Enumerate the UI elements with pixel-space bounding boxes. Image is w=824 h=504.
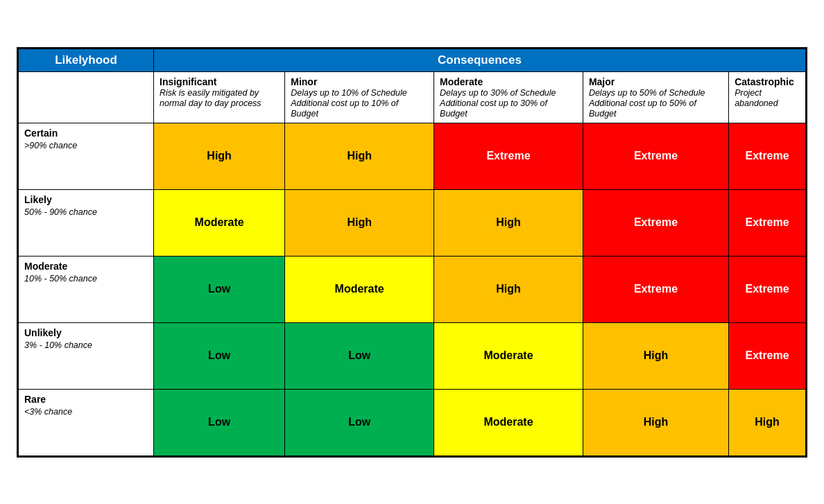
table-row: Unlikely3% - 10% chanceLowLowModerateHig… xyxy=(19,322,806,389)
cell-r0-c3: Extreme xyxy=(583,123,728,189)
risk-matrix-table: Likelyhood Consequences InsignificantRis… xyxy=(18,49,806,456)
header-likelihood: Likelyhood xyxy=(19,49,154,71)
cell-r2-c3: Extreme xyxy=(583,256,728,322)
cell-r1-c2: High xyxy=(434,189,583,256)
cell-r4-c3: High xyxy=(583,389,728,455)
cell-r3-c2: Moderate xyxy=(434,322,583,389)
cell-r0-c4: Extreme xyxy=(729,123,806,189)
cell-r4-c2: Moderate xyxy=(434,389,583,455)
cell-r2-c1: Moderate xyxy=(285,256,434,322)
table-row: Certain>90% chanceHighHighExtremeExtreme… xyxy=(19,123,806,189)
cell-r2-c4: Extreme xyxy=(729,256,806,322)
table-row: Rare<3% chanceLowLowModerateHighHigh xyxy=(19,389,806,455)
row-header-1: Likely50% - 90% chance xyxy=(19,189,154,256)
col-header-0: InsignificantRisk is easily mitigated by… xyxy=(154,71,285,123)
cell-r0-c1: High xyxy=(285,123,434,189)
cell-r4-c0: Low xyxy=(154,389,285,455)
row-header-2: Moderate10% - 50% chance xyxy=(19,256,154,322)
table-row: Likely50% - 90% chanceModerateHighHighEx… xyxy=(19,189,806,256)
col-header-empty xyxy=(19,71,154,123)
row-header-4: Rare<3% chance xyxy=(19,389,154,455)
cell-r3-c1: Low xyxy=(285,322,434,389)
col-header-1: MinorDelays up to 10% of Schedule Additi… xyxy=(285,71,434,123)
cell-r1-c0: Moderate xyxy=(154,189,285,256)
cell-r0-c0: High xyxy=(154,123,285,189)
row-header-3: Unlikely3% - 10% chance xyxy=(19,322,154,389)
col-header-2: ModerateDelays up to 30% of Schedule Add… xyxy=(434,71,583,123)
col-header-4: CatastrophicProject abandoned xyxy=(729,71,806,123)
cell-r1-c1: High xyxy=(285,189,434,256)
header-consequences: Consequences xyxy=(154,49,806,71)
cell-r3-c3: High xyxy=(583,322,728,389)
cell-r4-c4: High xyxy=(729,389,806,455)
cell-r3-c4: Extreme xyxy=(729,322,806,389)
row-header-0: Certain>90% chance xyxy=(19,123,154,189)
col-header-3: MajorDelays up to 50% of Schedule Additi… xyxy=(583,71,728,123)
table-row: Moderate10% - 50% chanceLowModerateHighE… xyxy=(19,256,806,322)
cell-r3-c0: Low xyxy=(154,322,285,389)
cell-r4-c1: Low xyxy=(285,389,434,455)
cell-r2-c2: High xyxy=(434,256,583,322)
cell-r0-c2: Extreme xyxy=(434,123,583,189)
cell-r2-c0: Low xyxy=(154,256,285,322)
cell-r1-c3: Extreme xyxy=(583,189,728,256)
cell-r1-c4: Extreme xyxy=(729,189,806,256)
risk-matrix-wrapper: Likelyhood Consequences InsignificantRis… xyxy=(17,47,807,458)
